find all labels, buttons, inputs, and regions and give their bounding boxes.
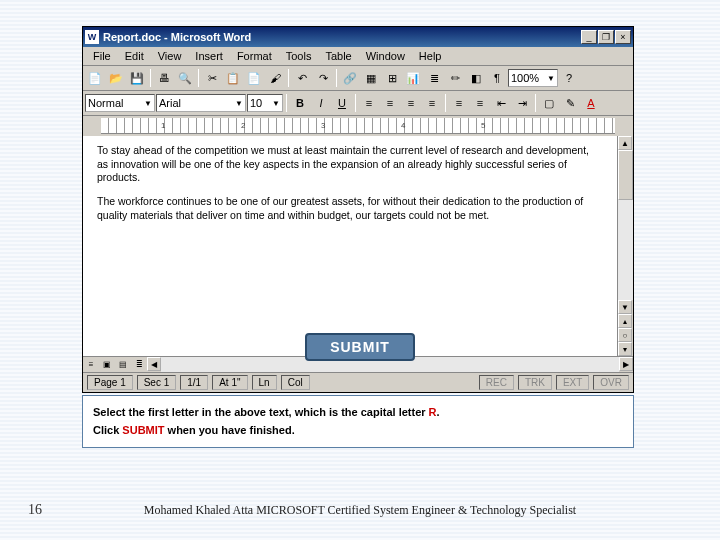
excel-icon[interactable]: 📊: [403, 68, 423, 88]
ruler-mark: 2: [241, 121, 245, 130]
browse-next-icon[interactable]: ▾: [618, 342, 632, 356]
new-doc-icon[interactable]: 📄: [85, 68, 105, 88]
status-trk[interactable]: TRK: [518, 375, 552, 390]
vertical-scrollbar[interactable]: ▲ ▼ ▴ ○ ▾: [617, 136, 633, 356]
decrease-indent-icon[interactable]: ⇤: [491, 93, 511, 113]
paste-icon[interactable]: 📄: [244, 68, 264, 88]
browse-prev-icon[interactable]: ▴: [618, 314, 632, 328]
doc-map-icon[interactable]: ◧: [466, 68, 486, 88]
menu-file[interactable]: File: [87, 49, 117, 63]
menu-edit[interactable]: Edit: [119, 49, 150, 63]
cut-icon[interactable]: ✂: [202, 68, 222, 88]
highlight-icon[interactable]: ✎: [560, 93, 580, 113]
borders-icon[interactable]: ▢: [539, 93, 559, 113]
normal-view-icon[interactable]: ≡: [83, 357, 99, 371]
ruler-mark: 1: [161, 121, 165, 130]
format-painter-icon[interactable]: 🖌: [265, 68, 285, 88]
paragraph-1[interactable]: To stay ahead of the competition we must…: [97, 144, 603, 185]
menu-view[interactable]: View: [152, 49, 188, 63]
menu-insert[interactable]: Insert: [189, 49, 229, 63]
ruler-mark: 4: [401, 121, 405, 130]
menu-table[interactable]: Table: [319, 49, 357, 63]
print-icon[interactable]: 🖶: [154, 68, 174, 88]
ruler-mark: 5: [481, 121, 485, 130]
italic-icon[interactable]: I: [311, 93, 331, 113]
bullets-icon[interactable]: ≡: [470, 93, 490, 113]
zoom-value: 100%: [511, 72, 539, 84]
standard-toolbar: 📄 📂 💾 🖶 🔍 ✂ 📋 📄 🖌 ↶ ↷ 🔗 ▦ ⊞ 📊 ≣ ✏ ◧ ¶ 10…: [83, 66, 633, 91]
font-color-icon[interactable]: A: [581, 93, 601, 113]
slide-number: 16: [28, 502, 42, 518]
maximize-button[interactable]: ❐: [598, 30, 614, 44]
font-combo[interactable]: Arial▼: [156, 94, 246, 112]
open-icon[interactable]: 📂: [106, 68, 126, 88]
font-value: Arial: [159, 97, 181, 109]
browse-object-icon[interactable]: ○: [618, 328, 632, 342]
help-icon[interactable]: ?: [559, 68, 579, 88]
menu-tools[interactable]: Tools: [280, 49, 318, 63]
menu-help[interactable]: Help: [413, 49, 448, 63]
horizontal-ruler[interactable]: 1 2 3 4 5: [101, 118, 615, 134]
align-left-icon[interactable]: ≡: [359, 93, 379, 113]
align-justify-icon[interactable]: ≡: [422, 93, 442, 113]
status-ext[interactable]: EXT: [556, 375, 589, 390]
scroll-down-icon[interactable]: ▼: [618, 300, 632, 314]
bold-icon[interactable]: B: [290, 93, 310, 113]
document-area: To stay ahead of the competition we must…: [83, 136, 633, 356]
zoom-combo[interactable]: 100%▼: [508, 69, 558, 87]
separator: [445, 94, 446, 112]
paragraph-2[interactable]: The workforce continues to be one of our…: [97, 195, 603, 222]
status-pages: 1/1: [180, 375, 208, 390]
menu-window[interactable]: Window: [360, 49, 411, 63]
chevron-down-icon: ▼: [231, 99, 243, 108]
minimize-button[interactable]: _: [581, 30, 597, 44]
align-center-icon[interactable]: ≡: [380, 93, 400, 113]
redo-icon[interactable]: ↷: [313, 68, 333, 88]
tables-icon[interactable]: ▦: [361, 68, 381, 88]
preview-icon[interactable]: 🔍: [175, 68, 195, 88]
insert-table-icon[interactable]: ⊞: [382, 68, 402, 88]
align-right-icon[interactable]: ≡: [401, 93, 421, 113]
close-button[interactable]: ×: [615, 30, 631, 44]
ruler-area: 1 2 3 4 5: [83, 116, 633, 136]
document-page[interactable]: To stay ahead of the competition we must…: [83, 136, 617, 356]
underline-icon[interactable]: U: [332, 93, 352, 113]
footer-text: Mohamed Khaled Atta MICROSOFT Certified …: [144, 503, 576, 518]
status-ovr[interactable]: OVR: [593, 375, 629, 390]
status-ln: Ln: [252, 375, 277, 390]
separator: [150, 69, 151, 87]
style-combo[interactable]: Normal▼: [85, 94, 155, 112]
hyperlink-icon[interactable]: 🔗: [340, 68, 360, 88]
scroll-left-icon[interactable]: ◀: [147, 357, 161, 371]
undo-icon[interactable]: ↶: [292, 68, 312, 88]
status-rec[interactable]: REC: [479, 375, 514, 390]
status-at: At 1": [212, 375, 247, 390]
print-view-icon[interactable]: ▤: [115, 357, 131, 371]
instruction-letter: R: [429, 406, 437, 418]
view-buttons: ≡ ▣ ▤ ≣: [83, 357, 147, 372]
show-hide-icon[interactable]: ¶: [487, 68, 507, 88]
scroll-thumb[interactable]: [618, 150, 633, 200]
instruction-line-1: Select the first letter in the above tex…: [93, 404, 623, 422]
numbering-icon[interactable]: ≡: [449, 93, 469, 113]
increase-indent-icon[interactable]: ⇥: [512, 93, 532, 113]
size-combo[interactable]: 10▼: [247, 94, 283, 112]
scroll-track[interactable]: [618, 150, 633, 300]
copy-icon[interactable]: 📋: [223, 68, 243, 88]
drawing-icon[interactable]: ✏: [445, 68, 465, 88]
style-value: Normal: [88, 97, 123, 109]
word-app-icon: W: [85, 30, 99, 44]
submit-button[interactable]: SUBMIT: [305, 333, 415, 361]
separator: [288, 69, 289, 87]
columns-icon[interactable]: ≣: [424, 68, 444, 88]
save-icon[interactable]: 💾: [127, 68, 147, 88]
scroll-right-icon[interactable]: ▶: [619, 357, 633, 371]
instruction-text: Click: [93, 424, 122, 436]
formatting-toolbar: Normal▼ Arial▼ 10▼ B I U ≡ ≡ ≡ ≡ ≡ ≡ ⇤ ⇥…: [83, 91, 633, 116]
chevron-down-icon: ▼: [268, 99, 280, 108]
web-view-icon[interactable]: ▣: [99, 357, 115, 371]
status-col: Col: [281, 375, 310, 390]
menu-format[interactable]: Format: [231, 49, 278, 63]
scroll-up-icon[interactable]: ▲: [618, 136, 632, 150]
outline-view-icon[interactable]: ≣: [131, 357, 147, 371]
